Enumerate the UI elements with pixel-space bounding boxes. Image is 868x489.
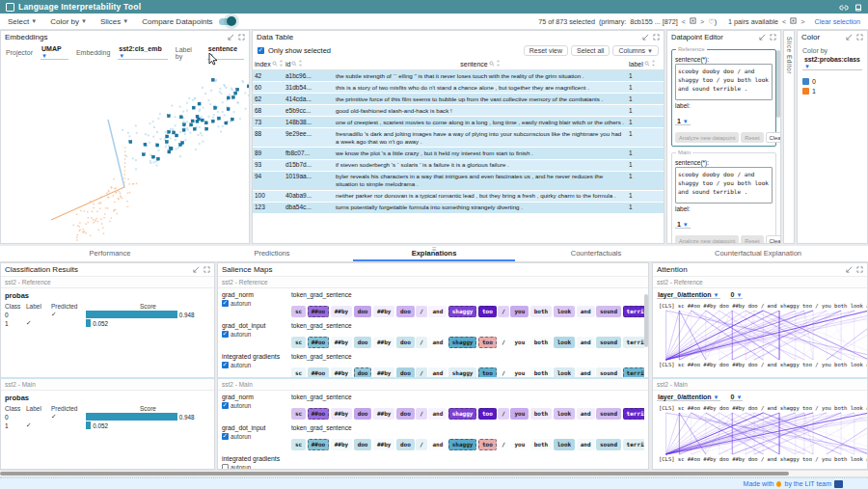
attention-head-select[interactable]: 0 ▼ — [730, 394, 744, 401]
attention-layer-select[interactable]: layer_0/attention ▼ — [657, 394, 720, 401]
prev-datapoint-icon[interactable]: < — [682, 17, 686, 26]
color-title: Color — [801, 33, 820, 41]
tab-performance[interactable]: Performance — [29, 246, 191, 261]
minimize-icon[interactable] — [846, 34, 853, 41]
expand-icon[interactable] — [203, 266, 210, 273]
salience-scrollbar[interactable] — [644, 277, 648, 467]
pin-pair-icon[interactable] — [790, 17, 797, 26]
scrollbar-thumb[interactable] — [0, 472, 789, 475]
search-icon[interactable] — [272, 61, 278, 68]
expand-icon[interactable] — [856, 34, 863, 41]
classification-row: 1✓0.052 — [5, 319, 210, 327]
autorun-checkbox[interactable] — [222, 402, 229, 409]
autorun-checkbox[interactable] — [222, 362, 229, 368]
table-row[interactable]: 68e5b9cc...good old-fashioned slash-and-… — [253, 105, 664, 117]
autorun-checkbox[interactable] — [222, 433, 229, 440]
editor-scrollbar[interactable] — [776, 44, 780, 241]
sort-icon[interactable] — [279, 60, 284, 68]
expand-icon[interactable] — [856, 266, 863, 273]
column-header-sentence[interactable]: sentence — [334, 60, 627, 68]
prev-pair-icon[interactable]: < — [782, 17, 786, 26]
attention-head-select[interactable]: 0 ▼ — [730, 291, 744, 299]
reset-button[interactable]: Reset — [741, 132, 763, 143]
salience-token: sc — [291, 337, 306, 348]
minimize-icon[interactable] — [228, 34, 234, 41]
table-row[interactable]: 93d15b7d...if steven soderbergh 's ` sol… — [253, 160, 664, 172]
salience-token: ##by — [373, 439, 394, 450]
splitter-handle-icon[interactable]: ≡ — [432, 245, 437, 254]
salience-token: sound — [596, 408, 621, 420]
search-icon[interactable] — [291, 61, 297, 68]
select-all-button[interactable]: Select all — [571, 45, 610, 56]
chevron-down-icon: ▼ — [81, 18, 87, 24]
table-row[interactable]: 73148b38...one of creepiest , scariest m… — [253, 117, 664, 128]
reset-button[interactable]: Reset — [741, 235, 763, 244]
svg-text:[CLS] sc ##oo ##by doo ##by do: [CLS] sc ##oo ##by doo ##by doo / and sh… — [659, 303, 867, 310]
analyze-new-datapoint-button[interactable]: Analyze new datapoint — [675, 235, 739, 244]
salience-token: ##by — [373, 306, 394, 317]
attention-layer-select[interactable]: layer_0/attention ▼ — [657, 291, 720, 299]
horizontal-scrollbar[interactable] — [0, 470, 868, 477]
clear-selection-link[interactable]: Clear selection — [814, 17, 860, 26]
minimize-icon[interactable] — [642, 34, 649, 41]
column-header-id[interactable]: id — [284, 60, 334, 68]
expand-icon[interactable] — [770, 34, 776, 41]
favorite-icon[interactable]: ♡) — [708, 17, 717, 26]
output-group-label: probas — [5, 394, 210, 402]
embeddings-scatter[interactable] — [1, 73, 249, 243]
table-row[interactable]: 89fb8c07...we know the plot 's a little … — [253, 148, 664, 159]
search-icon[interactable] — [489, 61, 495, 68]
column-header: Score — [86, 405, 210, 412]
salience-token: / — [416, 439, 427, 450]
column-header-index[interactable]: index — [253, 60, 284, 68]
toggle-switch[interactable] — [219, 18, 234, 25]
table-row[interactable]: 889e29ee...fresnadillo 's dark and jolti… — [253, 128, 664, 148]
column-header-label[interactable]: label — [627, 60, 664, 68]
expand-icon[interactable] — [653, 34, 660, 41]
label-select[interactable]: 1 ▼ — [675, 118, 691, 125]
table-row[interactable]: 941019aa...byler reveals his characters … — [253, 172, 664, 191]
reset-view-button[interactable]: Reset view — [524, 45, 568, 56]
table-row[interactable]: 6031db54...this is a story of two misfit… — [253, 82, 664, 94]
search-icon[interactable] — [644, 61, 650, 68]
slice-editor-collapsed[interactable]: Slice Editor — [783, 30, 795, 244]
next-datapoint-icon[interactable]: > — [700, 17, 704, 26]
compare-datapoints-toggle[interactable]: Compare Datapoints — [142, 17, 233, 26]
embedding-select[interactable]: sst2:cls_emb ▼ — [118, 45, 167, 60]
color-by-select[interactable]: sst2:probas:class ▼ — [802, 56, 862, 70]
tab-predictions[interactable]: Predictions — [191, 246, 353, 261]
minimize-icon[interactable] — [759, 34, 766, 41]
colorby-menu[interactable]: Color by▼ — [50, 17, 87, 26]
sentence-textarea[interactable]: scooby dooby doo / and shaggy too / you … — [675, 167, 773, 204]
only-show-selected-checkbox[interactable] — [258, 47, 264, 54]
table-row[interactable]: 10040aba9...neither parker nor donovan i… — [253, 191, 664, 203]
salience-token: doo — [354, 439, 372, 450]
salience-token: and — [428, 408, 447, 420]
table-row[interactable]: 123dba54c...turns potentially forgettabl… — [253, 203, 664, 214]
sort-icon[interactable] — [298, 60, 303, 68]
sort-icon[interactable] — [496, 60, 501, 68]
autorun-checkbox[interactable] — [222, 300, 229, 307]
salience-token: doo — [354, 337, 372, 348]
slices-menu[interactable]: Slices▼ — [100, 17, 128, 26]
analyze-new-datapoint-button[interactable]: Analyze new datapoint — [675, 132, 739, 143]
minimize-icon[interactable] — [846, 266, 853, 273]
tab-counterfactual-explanation[interactable]: Counterfactual Explanation — [677, 246, 839, 261]
projector-select[interactable]: UMAP ▼ — [41, 45, 68, 60]
pin-datapoint-icon[interactable] — [690, 17, 696, 26]
table-row[interactable]: 42a1bc96...the subtle strength of `` ell… — [253, 70, 664, 82]
minimize-icon[interactable] — [193, 266, 200, 273]
autorun-checkbox[interactable] — [222, 331, 229, 338]
table-row[interactable]: 62414cda...the primitive force of this f… — [253, 94, 664, 105]
expand-icon[interactable] — [238, 34, 245, 41]
salience-token: / — [498, 306, 509, 317]
next-pair-icon[interactable]: > — [800, 17, 804, 26]
color-panel: Color Color by sst2:probas:class ▼ 01 — [797, 30, 868, 244]
tab-counterfactuals[interactable]: Counterfactuals — [515, 246, 677, 261]
sentence-textarea[interactable]: scooby dooby doo / and shaggy too / you … — [675, 64, 773, 100]
sort-icon[interactable] — [651, 60, 656, 68]
select-menu[interactable]: Select▼ — [8, 17, 37, 26]
columns-button[interactable]: Columns▼ — [612, 45, 659, 56]
label-select[interactable]: 1 ▼ — [675, 221, 691, 229]
mouse-cursor — [208, 52, 218, 69]
